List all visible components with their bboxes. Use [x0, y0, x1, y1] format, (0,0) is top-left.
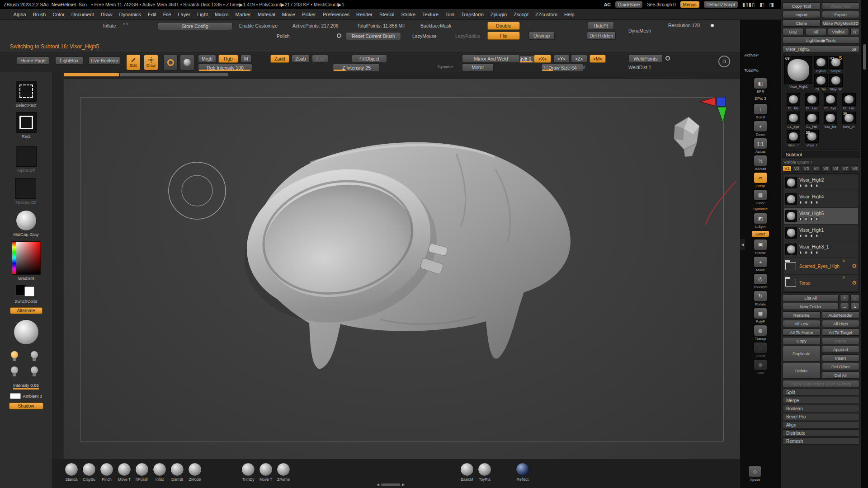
- list-all-button[interactable]: List All: [783, 294, 839, 301]
- menu-item[interactable]: Dynamics: [116, 12, 144, 17]
- tool-thumbnail[interactable]: CL_eye: [784, 112, 802, 129]
- panel-scrollbar[interactable]: [861, 0, 868, 488]
- brush-slot[interactable]: Standa: [64, 463, 79, 482]
- color-picker[interactable]: [12, 241, 41, 275]
- menu-item[interactable]: Texture: [419, 12, 442, 17]
- subpalette-section[interactable]: Bevel Pro: [783, 413, 859, 420]
- xpose-button[interactable]: ◇ Xpose: [748, 466, 762, 482]
- tool-thumbnail[interactable]: CL_Hel: [803, 112, 821, 129]
- tray-scrollbar[interactable]: ◀ ▶: [377, 483, 405, 487]
- tool-thumbnail[interactable]: CL_Ne: [814, 74, 828, 91]
- menu-item[interactable]: Help: [561, 12, 578, 17]
- switchcolor-icon[interactable]: [14, 284, 35, 298]
- menu-item[interactable]: Document: [68, 12, 97, 17]
- menu-item[interactable]: Color: [49, 12, 68, 17]
- menu-item[interactable]: Zscript: [510, 12, 532, 17]
- polish-label[interactable]: Polish: [277, 33, 290, 39]
- brush-slot[interactable]: DamSt: [170, 463, 185, 482]
- home-page-button[interactable]: Home Page: [17, 56, 49, 65]
- divider-bars-icon[interactable]: ▮▯▮▯: [742, 2, 755, 8]
- subtool-visibility-toggles[interactable]: [799, 251, 857, 254]
- lightbox-button[interactable]: LightBox: [55, 56, 83, 65]
- brush-slot[interactable]: ClayBu: [81, 463, 97, 482]
- subtool-row[interactable]: Visor_High4 ⚙: [784, 191, 858, 207]
- store-config-button[interactable]: Store Config: [158, 22, 232, 30]
- live-boolean-button[interactable]: Live Boolean: [89, 56, 120, 65]
- menu-item[interactable]: Marker: [232, 12, 254, 17]
- tool-thumbnail[interactable]: 59 Visor_I: [803, 130, 821, 147]
- goz-button[interactable]: GoZ: [783, 28, 804, 35]
- axis-gizmo[interactable]: [700, 97, 726, 122]
- delete-button[interactable]: Delete: [783, 363, 821, 379]
- tool-thumbnail[interactable]: CL_Ne: [784, 93, 802, 110]
- dynamic-label[interactable]: Dynamic: [438, 65, 453, 69]
- brush-slot[interactable]: Move T: [258, 463, 274, 482]
- brush-slot[interactable]: Move T: [117, 463, 132, 482]
- ambient-slider[interactable]: Ambient 3: [10, 393, 42, 399]
- welddist-slider[interactable]: WeldDist 1: [628, 65, 651, 70]
- right-shelf-item[interactable]: ◩ L.Sym: [754, 213, 767, 229]
- tool-thumbnail[interactable]: CL_Lac: [803, 93, 821, 110]
- rgb-button[interactable]: Rgb: [218, 55, 238, 63]
- light-intensity-slider[interactable]: Intensity 0.85: [13, 383, 39, 389]
- move-down-button[interactable]: ↓: [850, 294, 859, 301]
- subtool-section-header[interactable]: Subtool: [783, 151, 859, 158]
- folder-view-tab[interactable]: V7: [841, 165, 850, 172]
- new-folder-button[interactable]: New Folder: [783, 303, 839, 310]
- color-selector[interactable]: Gradient: [12, 241, 41, 281]
- right-shelf-item[interactable]: ½ AAHalf: [754, 155, 767, 171]
- flip-button[interactable]: Flip: [487, 32, 520, 40]
- mirror-and-weld-button[interactable]: Mirror And Weld: [462, 55, 520, 63]
- light-bulb-icon[interactable]: [30, 366, 39, 378]
- menu-item[interactable]: Render: [353, 12, 376, 17]
- polish-toggle-icon[interactable]: [337, 33, 341, 38]
- light-bulb-icon[interactable]: [30, 351, 39, 363]
- layout-prev-icon[interactable]: ◧: [760, 2, 764, 8]
- switchcolor-widget[interactable]: SwitchColor: [14, 284, 38, 304]
- tool-thumbnail[interactable]: CL_Eye: [821, 93, 839, 110]
- right-shelf-item[interactable]: + Zoom: [754, 121, 767, 136]
- dynamesh-label[interactable]: DynaMesh: [628, 28, 651, 33]
- subtool-row[interactable]: 4 Torso ⚙: [784, 275, 858, 291]
- menu-item[interactable]: Zplugin: [487, 12, 510, 17]
- menu-item[interactable]: Light: [194, 12, 212, 17]
- scroll-left-icon[interactable]: ◀: [377, 483, 379, 487]
- tool-thumbnail[interactable]: Cylind: [814, 56, 828, 73]
- light-bulb-icon[interactable]: [10, 351, 19, 363]
- texture-slot[interactable]: Texture Off: [15, 178, 36, 205]
- subtool-action-button[interactable]: AutoReorder: [822, 311, 860, 319]
- del-all-button[interactable]: Del All: [822, 371, 860, 379]
- del-hidden-button[interactable]: Del Hidden: [587, 32, 616, 40]
- sculpt-3d-model[interactable]: [64, 79, 740, 459]
- tool-thumbnail[interactable]: 43 Simple: [829, 56, 843, 73]
- symmetry-y-button[interactable]: >Y<: [553, 55, 570, 63]
- tool-thumbnail[interactable]: 35 New_Vi: [840, 112, 858, 129]
- right-shelf-item[interactable]: ◎ Zoom3D: [754, 273, 768, 289]
- folder-view-tab[interactable]: V3: [802, 165, 811, 172]
- menu-item[interactable]: Macro: [211, 12, 232, 17]
- current-material-sphere[interactable]: [14, 319, 39, 345]
- light-bulb-icon[interactable]: [10, 366, 19, 378]
- active-tool-thumbnail[interactable]: 69: [784, 56, 812, 84]
- default-zscript-button[interactable]: DefaultZScript: [704, 1, 738, 8]
- menu-item[interactable]: Picker: [299, 12, 320, 17]
- subtool-action-button[interactable]: All High: [822, 320, 860, 327]
- menu-item[interactable]: Edit: [144, 12, 160, 17]
- shelf-scroll-bar[interactable]: [120, 73, 228, 76]
- right-shelf-item[interactable]: ▦ PolyF: [754, 308, 767, 324]
- scroll-handle[interactable]: [381, 483, 400, 486]
- quicksave-button[interactable]: QuickSave: [615, 1, 642, 8]
- unwrap-button[interactable]: Unwrap: [528, 32, 555, 40]
- menu-item[interactable]: Brush: [29, 12, 49, 17]
- z-intensity-slider[interactable]: Z Intensity 25: [333, 64, 380, 72]
- brush-slot[interactable]: ZMode: [187, 463, 203, 482]
- menu-item[interactable]: Movie: [278, 12, 298, 17]
- menu-item[interactable]: Stencil: [376, 12, 398, 17]
- move-out-folder-button[interactable]: ↳: [850, 303, 859, 310]
- menu-item[interactable]: ZZcustom: [532, 12, 561, 17]
- right-shelf-item[interactable]: SPix 3: [755, 95, 766, 102]
- right-shelf-item[interactable]: ▱ Persp: [754, 172, 767, 188]
- hidept-button[interactable]: HidePt: [588, 22, 614, 30]
- menu-item[interactable]: Transform: [458, 12, 487, 17]
- material-slot[interactable]: BasicM: [459, 463, 475, 482]
